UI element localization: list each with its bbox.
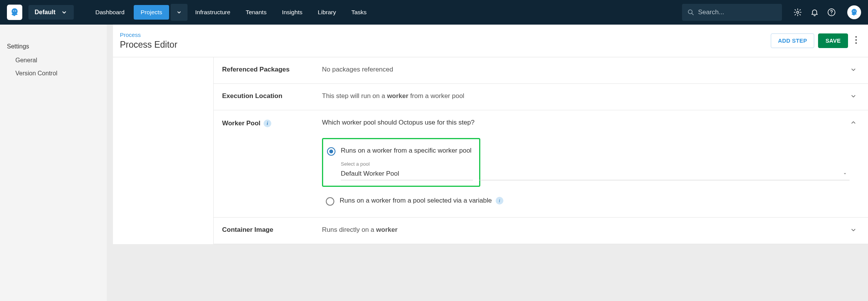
exec-text-bold: worker — [387, 92, 408, 100]
expand-referenced-packages[interactable] — [850, 66, 857, 75]
global-search[interactable] — [682, 4, 782, 21]
projects-dropdown[interactable] — [171, 4, 188, 21]
radio-variable-pool[interactable]: Runs on a worker from a pool selected vi… — [322, 194, 850, 209]
svg-point-2 — [15, 10, 16, 12]
worker-pool-label: Worker Pool i — [222, 119, 322, 127]
execution-location-value: This step will run on a worker from a wo… — [322, 92, 850, 100]
svg-point-10 — [855, 11, 855, 12]
kebab-icon — [855, 36, 857, 44]
octopus-icon — [850, 8, 859, 17]
execution-location-label: Execution Location — [222, 92, 322, 100]
worker-pool-label-text: Worker Pool — [222, 120, 261, 127]
space-name: Default — [35, 9, 55, 16]
nav-tenants[interactable]: Tenants — [238, 1, 274, 23]
svg-line-4 — [692, 13, 693, 15]
svg-point-5 — [797, 11, 799, 13]
container-image-label: Container Image — [222, 226, 322, 234]
worker-pool-select[interactable]: Default Worker Pool — [341, 168, 473, 180]
editor-header: Process Process Editor ADD STEP SAVE — [113, 25, 868, 57]
step-detail-column: Referenced Packages No packages referenc… — [214, 57, 868, 244]
section-referenced-packages: Referenced Packages No packages referenc… — [214, 57, 868, 84]
chevron-down-icon — [850, 92, 857, 100]
primary-nav: Dashboard Projects Infrastructure Tenant… — [88, 1, 374, 23]
nav-infrastructure[interactable]: Infrastructure — [188, 1, 238, 23]
step-list-column — [113, 57, 214, 244]
section-container-image: Container Image Runs directly on a worke… — [214, 218, 868, 244]
chevron-down-icon — [850, 66, 857, 73]
expand-container-image[interactable] — [850, 226, 857, 235]
breadcrumb-process[interactable]: Process — [120, 32, 771, 38]
worker-pool-question: Which worker pool should Octopus use for… — [322, 119, 850, 126]
sidebar-item-general[interactable]: General — [7, 54, 107, 67]
search-icon — [687, 8, 694, 16]
svg-point-1 — [13, 10, 14, 12]
bell-icon — [810, 8, 819, 17]
dropdown-caret-icon — [843, 171, 847, 176]
svg-point-7 — [831, 14, 832, 15]
nav-tasks[interactable]: Tasks — [344, 1, 374, 23]
worker-pool-highlight: Runs on a worker from a specific worker … — [322, 138, 480, 187]
space-switcher[interactable]: Default — [28, 5, 74, 20]
sidebar-item-version-control[interactable]: Version Control — [7, 67, 107, 80]
worker-pool-info-icon[interactable]: i — [264, 120, 271, 127]
svg-point-12 — [855, 39, 857, 41]
sidebar-heading-settings[interactable]: Settings — [7, 32, 107, 54]
svg-point-11 — [855, 36, 857, 38]
nav-projects[interactable]: Projects — [134, 5, 169, 20]
chevron-down-icon — [850, 226, 857, 234]
radio-specific-pool[interactable]: Runs on a worker from a specific worker … — [327, 144, 473, 159]
save-button[interactable]: SAVE — [818, 33, 848, 48]
add-step-button[interactable]: ADD STEP — [771, 33, 815, 48]
referenced-packages-label: Referenced Packages — [222, 66, 322, 73]
main-content: Process Process Editor ADD STEP SAVE Ref… — [107, 25, 868, 301]
radio-variable-pool-label: Runs on a worker from a pool selected vi… — [340, 197, 503, 205]
svg-point-0 — [12, 8, 18, 15]
radio-specific-pool-label: Runs on a worker from a specific worker … — [341, 147, 471, 155]
expand-execution-location[interactable] — [850, 92, 857, 101]
svg-point-13 — [855, 42, 857, 44]
chevron-up-icon — [850, 119, 857, 126]
left-sidebar: Insights Settings General Version Contro… — [0, 25, 107, 301]
svg-point-8 — [851, 9, 857, 14]
pool-select-ext[interactable] — [479, 168, 850, 180]
search-input[interactable] — [698, 8, 777, 16]
select-pool-hint: Select a pool — [341, 161, 473, 167]
nav-library[interactable]: Library — [310, 1, 344, 23]
octopus-icon — [9, 7, 20, 18]
nav-insights[interactable]: Insights — [274, 1, 310, 23]
radio-specific-pool-input[interactable] — [327, 147, 335, 156]
chevron-down-icon — [61, 9, 68, 16]
chevron-down-icon — [176, 9, 182, 15]
radio-variable-pool-input[interactable] — [326, 197, 334, 206]
help-icon[interactable] — [827, 8, 836, 17]
top-utility-icons — [793, 5, 861, 19]
radio-variable-pool-text: Runs on a worker from a pool selected vi… — [340, 197, 492, 205]
exec-text-suffix: from a worker pool — [408, 92, 465, 100]
svg-point-9 — [853, 11, 854, 12]
container-text-bold: worker — [376, 226, 398, 233]
page-title: Process Editor — [120, 40, 771, 50]
top-nav: Default Dashboard Projects Infrastructur… — [0, 0, 868, 25]
sidebar-prev-section — [7, 25, 107, 32]
referenced-packages-value: No packages referenced — [322, 66, 850, 73]
settings-icon[interactable] — [793, 8, 802, 17]
exec-text-prefix: This step will run on a — [322, 92, 387, 100]
collapse-worker-pool[interactable] — [850, 119, 857, 128]
variable-pool-info-icon[interactable]: i — [496, 197, 503, 205]
worker-pool-value: Default Worker Pool — [341, 170, 399, 178]
container-image-value: Runs directly on a worker — [322, 226, 850, 234]
question-icon — [827, 8, 836, 17]
user-avatar[interactable] — [847, 5, 861, 19]
section-execution-location: Execution Location This step will run on… — [214, 84, 868, 110]
gear-icon — [793, 8, 802, 17]
notifications-icon[interactable] — [810, 8, 819, 17]
section-worker-pool: Worker Pool i Which worker pool should O… — [214, 110, 868, 218]
app-logo[interactable] — [7, 5, 22, 20]
nav-dashboard[interactable]: Dashboard — [88, 1, 132, 23]
overflow-menu[interactable] — [855, 36, 857, 46]
container-text-prefix: Runs directly on a — [322, 226, 376, 233]
